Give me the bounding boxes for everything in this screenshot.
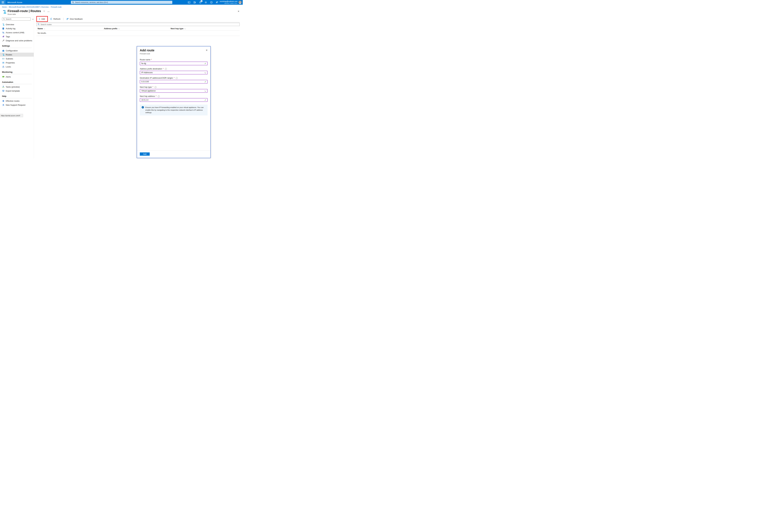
search-icon <box>3 18 5 20</box>
give-feedback-button[interactable]: Give feedback <box>65 17 84 21</box>
routes-table-header: Name ↑↓ Address prefix ↑↓ Next hop type … <box>36 26 240 31</box>
add-button-label: Add <box>41 18 45 20</box>
sidebar-item-label: Routes <box>6 54 12 56</box>
next-hop-type-dropdown[interactable]: Virtual appliance <box>140 89 207 93</box>
effective-routes-icon <box>2 100 4 102</box>
sidebar-item-label: Effective routes <box>6 100 19 102</box>
breadcrumb-separator: › <box>8 6 8 8</box>
panel-close-icon[interactable]: × <box>206 49 207 52</box>
section-header: Settings <box>0 45 34 47</box>
svg-text:?: ? <box>211 2 212 3</box>
column-header-name[interactable]: Name ↑↓ <box>38 28 45 30</box>
field-label: Address prefix destination <box>140 68 162 70</box>
info-icon[interactable]: i <box>154 86 156 88</box>
sidebar-search[interactable] <box>2 17 31 21</box>
required-mark: * <box>156 95 156 97</box>
routes-blade: + Add Refresh Give feedback Name ↑↓ <box>36 16 240 36</box>
sidebar-item-overview[interactable]: Overview <box>0 22 34 26</box>
hamburger-menu-icon[interactable] <box>0 0 6 5</box>
info-icon[interactable]: i <box>176 77 178 79</box>
destination-ip-input[interactable] <box>141 81 203 83</box>
breadcrumb-home[interactable]: Home <box>2 6 7 8</box>
help-icon[interactable]: ? <box>210 1 213 4</box>
status-url: https://portal.azure.com/# <box>1 115 20 117</box>
column-label: Next hop type <box>171 28 183 30</box>
sidebar-item-activity-log[interactable]: Activity log <box>0 26 34 30</box>
export-template-icon <box>2 90 4 92</box>
breadcrumb-firewall-route[interactable]: Firewall-route <box>51 6 62 8</box>
info-icon[interactable]: i <box>165 68 167 70</box>
sidebar-item-effective-routes[interactable]: Effective routes <box>0 99 34 103</box>
search-icon <box>38 23 40 25</box>
sidebar-item-new-support-request[interactable]: New Support Request <box>0 103 34 107</box>
sidebar-item-locks[interactable]: Locks <box>0 65 34 69</box>
add-route-button[interactable]: + Add <box>38 17 46 21</box>
feedback-icon[interactable] <box>215 1 218 4</box>
chevron-down-icon <box>204 72 206 73</box>
avatar[interactable] <box>238 1 242 4</box>
required-mark: * <box>163 68 164 70</box>
info-icon[interactable]: i <box>158 95 160 97</box>
plus-icon: + <box>39 18 40 20</box>
destination-ip-inputbox: ✓ <box>140 80 207 84</box>
resource-menu: « Overview Activity log Access control (… <box>0 16 34 158</box>
column-header-next-hop-type[interactable]: Next hop type ↑↓ <box>171 28 186 30</box>
blade-close-icon[interactable]: × <box>238 10 239 13</box>
notifications-bell-icon[interactable]: 8 <box>199 1 201 4</box>
sidebar-item-export-template[interactable]: Export template <box>0 89 34 93</box>
tasks-icon <box>2 86 4 88</box>
tag-icon <box>2 35 4 38</box>
notification-badge: 8 <box>201 0 202 2</box>
route-table-icon <box>2 10 6 14</box>
access-control-icon <box>2 31 4 34</box>
sidebar-item-tasks[interactable]: Tasks (preview) <box>0 85 34 89</box>
section-header: Help <box>0 95 34 97</box>
user-email: eunishap@outlook.com <box>220 0 237 3</box>
collapse-menu-icon[interactable]: « <box>32 18 34 20</box>
field-label: Next hop type <box>140 86 152 88</box>
directory-filter-icon[interactable] <box>193 1 196 4</box>
sidebar-item-diagnose[interactable]: Diagnose and solve problems <box>0 39 34 43</box>
next-hop-address-input[interactable] <box>141 99 203 101</box>
field-label: Route name <box>140 59 150 61</box>
sidebar-item-subnets[interactable]: Subnets <box>0 57 34 61</box>
field-address-prefix-destination: Address prefix destination * i IP Addres… <box>140 68 207 74</box>
valid-check-icon: ✓ <box>204 81 206 83</box>
sidebar-item-access-control[interactable]: Access control (IAM) <box>0 30 34 35</box>
column-header-address-prefix[interactable]: Address prefix ↑↓ <box>104 28 120 30</box>
account-info[interactable]: eunishap@outlook.com DEFAULT DIRECTORY <box>220 0 237 4</box>
routes-search[interactable] <box>36 23 240 26</box>
info-icon: i <box>142 106 144 108</box>
valid-check-icon: ✓ <box>204 99 206 101</box>
refresh-button[interactable]: Refresh <box>49 17 61 21</box>
sidebar-item-tags[interactable]: Tags <box>0 35 34 39</box>
command-bar: + Add Refresh Give feedback <box>36 16 240 22</box>
address-prefix-destination-dropdown[interactable]: IP Addresses <box>140 71 207 74</box>
sidebar-section-monitoring: Monitoring Alerts <box>0 71 34 79</box>
field-next-hop-address: Next hop address * i ✓ <box>140 95 207 102</box>
breadcrumb-routetable-overview[interactable]: Microsoft.RouteTable-20221118134807 | Ov… <box>9 6 49 8</box>
cloud-shell-icon[interactable] <box>188 1 190 4</box>
valid-check-icon: ✓ <box>204 62 206 65</box>
field-label: Destination IP addresses/CIDR ranges <box>140 77 173 79</box>
sidebar-item-alerts[interactable]: Alerts <box>0 75 34 79</box>
required-mark: * <box>152 86 153 88</box>
breadcrumb-separator: › <box>49 6 50 8</box>
topbar-icons: 8 ? <box>188 0 218 5</box>
activity-log-icon <box>2 27 4 30</box>
sidebar-item-configuration[interactable]: Configuration <box>0 49 34 53</box>
routes-search-input[interactable] <box>41 24 238 25</box>
sidebar-search-input[interactable] <box>6 18 30 20</box>
panel-add-button[interactable]: Add <box>140 152 150 156</box>
route-name-input[interactable] <box>141 62 203 65</box>
global-search-input[interactable] <box>75 1 171 3</box>
sidebar-item-routes[interactable]: Routes <box>0 53 34 57</box>
user-directory: DEFAULT DIRECTORY <box>220 3 237 4</box>
more-actions-icon[interactable]: … <box>47 10 50 12</box>
sidebar-item-properties[interactable]: Properties <box>0 61 34 65</box>
settings-gear-icon[interactable] <box>204 1 207 4</box>
favorite-star-icon[interactable]: ☆ <box>43 10 45 13</box>
sidebar-item-label: Overview <box>6 23 14 26</box>
sidebar-item-label: New Support Request <box>6 104 25 106</box>
global-search[interactable] <box>71 1 172 4</box>
